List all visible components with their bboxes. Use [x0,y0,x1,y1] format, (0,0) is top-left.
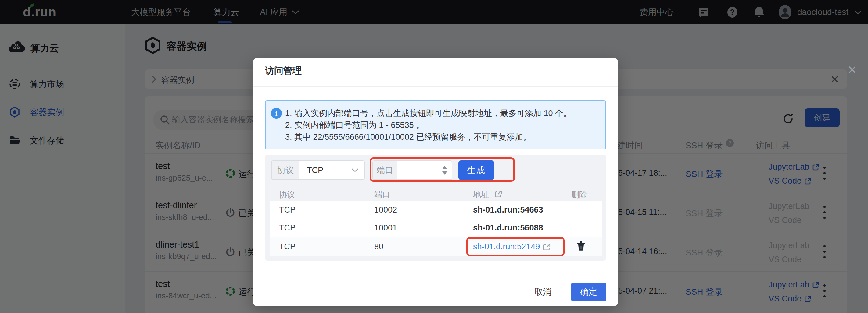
mapping-protocol: TCP [279,223,296,233]
modal-close-icon[interactable] [847,65,857,75]
port-label: 端口 [372,161,398,180]
mapping-address: sh-01.d.run:56088 [473,223,543,233]
stepper-up-icon[interactable] [442,166,447,169]
port-stepper [441,161,448,179]
mapping-protocol: TCP [279,205,296,215]
col-header-port: 端口 [374,189,390,200]
protocol-select[interactable]: TCP [300,161,365,180]
info-line-2: 2. 实例内部端口号范围为 1 - 65535 。 [285,119,424,131]
info-line-1: 1. 输入实例内部端口号，点击生成按钮即可生成映射地址，最多可添加 10 个。 [285,107,571,119]
modal-header-divider [253,86,618,87]
mapping-row: TCP 80 sh-01.d.run:52149 [270,237,602,256]
external-link-icon [543,243,551,251]
mapping-port: 10001 [374,223,397,233]
mapping-row: TCP 10002 sh-01.d.run:54663 [270,201,602,219]
mapping-protocol: TCP [279,242,296,251]
mapping-address: sh-01.d.run:54663 [473,205,543,215]
port-mapping-panel: 协议 TCP 端口 生成 协议 端口 地 [265,155,606,260]
mapping-address-link[interactable]: sh-01.d.run:52149 [473,242,551,251]
col-header-address: 地址 [473,189,489,200]
modal-title: 访问管理 [265,65,302,77]
protocol-label: 协议 [271,161,300,180]
col-header-protocol: 协议 [279,189,295,200]
access-management-modal: 访问管理 i 1. 输入实例内部端口号，点击生成按钮即可生成映射地址，最多可添加… [253,58,618,306]
mapping-row: TCP 10001 sh-01.d.run:56088 [270,219,602,237]
chevron-down-icon [351,168,359,173]
info-line-3: 3. 其中 22/5555/6666/10001/10002 已经预留服务，不可… [285,131,531,143]
cancel-button[interactable]: 取消 [532,283,554,302]
info-banner: i 1. 输入实例内部端口号，点击生成按钮即可生成映射地址，最多可添加 10 个… [265,101,606,149]
confirm-button[interactable]: 确定 [571,283,606,302]
mapping-port: 80 [374,242,383,251]
info-icon: i [271,108,282,119]
mapping-port: 10002 [374,205,397,215]
port-input[interactable] [401,162,437,178]
mapping-table-header: 协议 端口 地址 删除 [270,186,602,201]
protocol-select-value: TCP [307,161,323,179]
address-external-link-icon [494,190,502,198]
port-input-box [397,161,452,180]
stepper-down-icon[interactable] [442,171,447,175]
generate-button[interactable]: 生成 [458,161,494,180]
delete-mapping-icon[interactable] [576,241,586,251]
app-root: d.run 大模型服务平台 算力云 AI 应用 费用中心 ? daocloud-… [0,0,868,313]
col-header-delete: 删除 [553,189,587,200]
port-mapping-table: 协议 端口 地址 删除 TCP 10002 sh-01.d.run:54663 … [270,186,602,256]
